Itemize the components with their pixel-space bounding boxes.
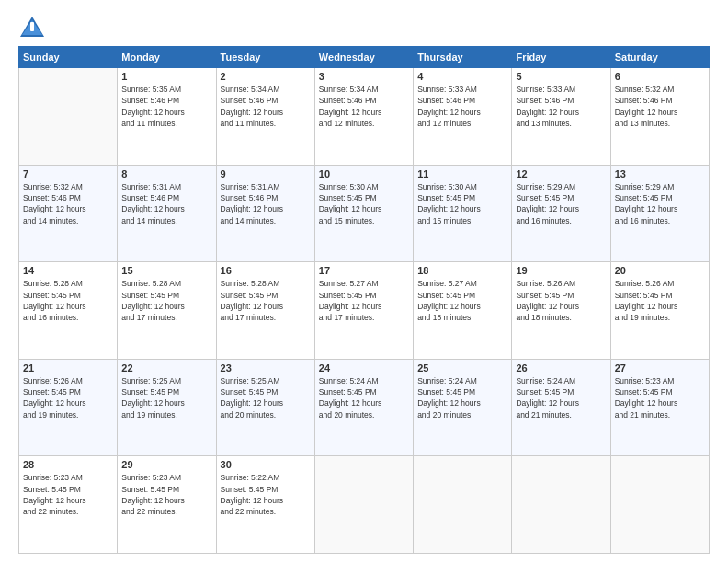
- day-cell: 6Sunrise: 5:32 AM Sunset: 5:46 PM Daylig…: [610, 68, 709, 166]
- day-cell: 23Sunrise: 5:25 AM Sunset: 5:45 PM Dayli…: [216, 359, 314, 456]
- day-number: 4: [417, 71, 507, 82]
- col-header-saturday: Saturday: [610, 47, 709, 68]
- day-cell: 15Sunrise: 5:28 AM Sunset: 5:45 PM Dayli…: [118, 262, 216, 360]
- day-info: Sunrise: 5:32 AM Sunset: 5:46 PM Dayligh…: [23, 181, 113, 226]
- day-cell: [512, 456, 610, 554]
- day-number: 11: [417, 168, 507, 179]
- day-cell: 16Sunrise: 5:28 AM Sunset: 5:45 PM Dayli…: [216, 262, 314, 360]
- day-number: 26: [516, 362, 606, 373]
- day-number: 25: [417, 362, 507, 373]
- day-info: Sunrise: 5:33 AM Sunset: 5:46 PM Dayligh…: [417, 84, 507, 129]
- day-number: 13: [615, 168, 705, 179]
- logo-icon: [18, 15, 46, 40]
- day-cell: 22Sunrise: 5:25 AM Sunset: 5:45 PM Dayli…: [118, 359, 216, 456]
- day-cell: 2Sunrise: 5:34 AM Sunset: 5:46 PM Daylig…: [216, 68, 314, 166]
- day-number: 28: [23, 459, 113, 470]
- day-cell: 27Sunrise: 5:23 AM Sunset: 5:45 PM Dayli…: [610, 359, 709, 456]
- day-info: Sunrise: 5:32 AM Sunset: 5:46 PM Dayligh…: [615, 84, 705, 129]
- day-info: Sunrise: 5:29 AM Sunset: 5:45 PM Dayligh…: [516, 181, 606, 226]
- day-info: Sunrise: 5:28 AM Sunset: 5:45 PM Dayligh…: [23, 278, 113, 323]
- day-info: Sunrise: 5:28 AM Sunset: 5:45 PM Dayligh…: [221, 278, 311, 323]
- header-row: SundayMondayTuesdayWednesdayThursdayFrid…: [19, 47, 710, 68]
- day-info: Sunrise: 5:34 AM Sunset: 5:46 PM Dayligh…: [319, 84, 409, 129]
- day-cell: 29Sunrise: 5:23 AM Sunset: 5:45 PM Dayli…: [118, 456, 216, 554]
- day-cell: 21Sunrise: 5:26 AM Sunset: 5:45 PM Dayli…: [19, 359, 118, 456]
- day-info: Sunrise: 5:27 AM Sunset: 5:45 PM Dayligh…: [417, 278, 507, 323]
- calendar-table: SundayMondayTuesdayWednesdayThursdayFrid…: [18, 46, 710, 554]
- day-cell: 12Sunrise: 5:29 AM Sunset: 5:45 PM Dayli…: [512, 165, 610, 262]
- svg-rect-2: [30, 22, 34, 31]
- day-number: 27: [615, 362, 705, 373]
- day-info: Sunrise: 5:22 AM Sunset: 5:45 PM Dayligh…: [221, 472, 311, 517]
- day-info: Sunrise: 5:24 AM Sunset: 5:45 PM Dayligh…: [319, 375, 409, 420]
- day-cell: 19Sunrise: 5:26 AM Sunset: 5:45 PM Dayli…: [512, 262, 610, 360]
- day-info: Sunrise: 5:26 AM Sunset: 5:45 PM Dayligh…: [23, 375, 113, 420]
- day-info: Sunrise: 5:26 AM Sunset: 5:45 PM Dayligh…: [615, 278, 705, 323]
- col-header-monday: Monday: [118, 47, 216, 68]
- day-info: Sunrise: 5:25 AM Sunset: 5:45 PM Dayligh…: [121, 375, 211, 420]
- logo: [18, 15, 50, 40]
- day-info: Sunrise: 5:30 AM Sunset: 5:45 PM Dayligh…: [417, 181, 507, 226]
- day-cell: 20Sunrise: 5:26 AM Sunset: 5:45 PM Dayli…: [610, 262, 709, 360]
- col-header-sunday: Sunday: [19, 47, 118, 68]
- day-number: 18: [417, 265, 507, 276]
- week-row-2: 7Sunrise: 5:32 AM Sunset: 5:46 PM Daylig…: [19, 165, 710, 262]
- day-number: 2: [221, 71, 311, 82]
- day-info: Sunrise: 5:23 AM Sunset: 5:45 PM Dayligh…: [121, 472, 211, 517]
- day-info: Sunrise: 5:29 AM Sunset: 5:45 PM Dayligh…: [615, 181, 705, 226]
- day-cell: 1Sunrise: 5:35 AM Sunset: 5:46 PM Daylig…: [118, 68, 216, 166]
- day-cell: 14Sunrise: 5:28 AM Sunset: 5:45 PM Dayli…: [19, 262, 118, 360]
- day-info: Sunrise: 5:26 AM Sunset: 5:45 PM Dayligh…: [516, 278, 606, 323]
- day-cell: 7Sunrise: 5:32 AM Sunset: 5:46 PM Daylig…: [19, 165, 118, 262]
- day-cell: 9Sunrise: 5:31 AM Sunset: 5:46 PM Daylig…: [216, 165, 314, 262]
- week-row-1: 1Sunrise: 5:35 AM Sunset: 5:46 PM Daylig…: [19, 68, 710, 166]
- day-info: Sunrise: 5:23 AM Sunset: 5:45 PM Dayligh…: [23, 472, 113, 517]
- day-cell: 10Sunrise: 5:30 AM Sunset: 5:45 PM Dayli…: [314, 165, 413, 262]
- day-number: 19: [516, 265, 606, 276]
- day-cell: 5Sunrise: 5:33 AM Sunset: 5:46 PM Daylig…: [512, 68, 610, 166]
- day-number: 6: [615, 71, 705, 82]
- day-info: Sunrise: 5:24 AM Sunset: 5:45 PM Dayligh…: [516, 375, 606, 420]
- header: [18, 15, 710, 40]
- day-number: 21: [23, 362, 113, 373]
- week-row-3: 14Sunrise: 5:28 AM Sunset: 5:45 PM Dayli…: [19, 262, 710, 360]
- day-cell: [414, 456, 512, 554]
- day-number: 15: [121, 265, 211, 276]
- day-cell: 13Sunrise: 5:29 AM Sunset: 5:45 PM Dayli…: [610, 165, 709, 262]
- day-info: Sunrise: 5:23 AM Sunset: 5:45 PM Dayligh…: [615, 375, 705, 420]
- day-cell: 18Sunrise: 5:27 AM Sunset: 5:45 PM Dayli…: [414, 262, 512, 360]
- day-cell: 26Sunrise: 5:24 AM Sunset: 5:45 PM Dayli…: [512, 359, 610, 456]
- day-number: 23: [221, 362, 311, 373]
- day-cell: 28Sunrise: 5:23 AM Sunset: 5:45 PM Dayli…: [19, 456, 118, 554]
- day-number: 20: [615, 265, 705, 276]
- day-number: 22: [121, 362, 211, 373]
- day-number: 3: [319, 71, 409, 82]
- day-info: Sunrise: 5:30 AM Sunset: 5:45 PM Dayligh…: [319, 181, 409, 226]
- day-number: 29: [121, 459, 211, 470]
- day-number: 1: [121, 71, 211, 82]
- day-info: Sunrise: 5:27 AM Sunset: 5:45 PM Dayligh…: [319, 278, 409, 323]
- day-info: Sunrise: 5:24 AM Sunset: 5:45 PM Dayligh…: [417, 375, 507, 420]
- day-number: 14: [23, 265, 113, 276]
- week-row-4: 21Sunrise: 5:26 AM Sunset: 5:45 PM Dayli…: [19, 359, 710, 456]
- day-cell: 11Sunrise: 5:30 AM Sunset: 5:45 PM Dayli…: [414, 165, 512, 262]
- day-number: 7: [23, 168, 113, 179]
- day-number: 17: [319, 265, 409, 276]
- day-info: Sunrise: 5:34 AM Sunset: 5:46 PM Dayligh…: [221, 84, 311, 129]
- day-info: Sunrise: 5:28 AM Sunset: 5:45 PM Dayligh…: [121, 278, 211, 323]
- day-cell: 8Sunrise: 5:31 AM Sunset: 5:46 PM Daylig…: [118, 165, 216, 262]
- col-header-friday: Friday: [512, 47, 610, 68]
- day-number: 24: [319, 362, 409, 373]
- day-info: Sunrise: 5:35 AM Sunset: 5:46 PM Dayligh…: [121, 84, 211, 129]
- day-info: Sunrise: 5:25 AM Sunset: 5:45 PM Dayligh…: [221, 375, 311, 420]
- col-header-wednesday: Wednesday: [314, 47, 413, 68]
- day-cell: 4Sunrise: 5:33 AM Sunset: 5:46 PM Daylig…: [414, 68, 512, 166]
- day-cell: 17Sunrise: 5:27 AM Sunset: 5:45 PM Dayli…: [314, 262, 413, 360]
- day-cell: [19, 68, 118, 166]
- col-header-tuesday: Tuesday: [216, 47, 314, 68]
- col-header-thursday: Thursday: [414, 47, 512, 68]
- page: SundayMondayTuesdayWednesdayThursdayFrid…: [0, 0, 728, 563]
- day-number: 16: [221, 265, 311, 276]
- day-number: 10: [319, 168, 409, 179]
- day-cell: 24Sunrise: 5:24 AM Sunset: 5:45 PM Dayli…: [314, 359, 413, 456]
